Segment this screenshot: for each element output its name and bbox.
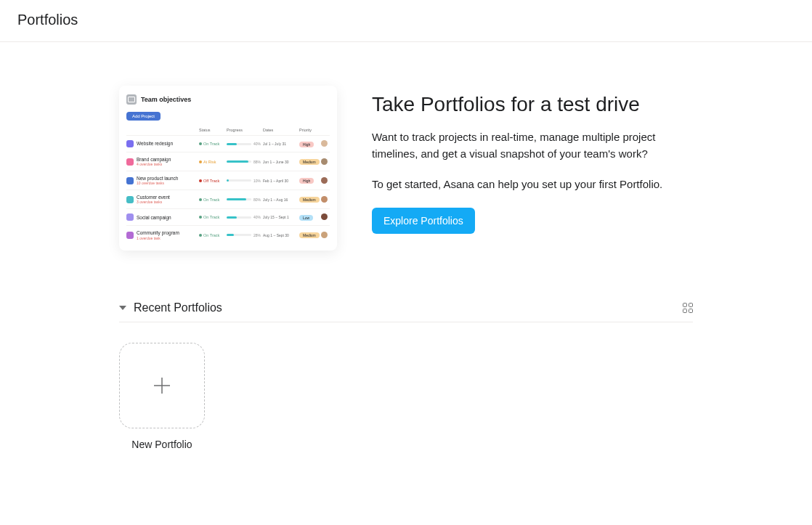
preview-column-headers: Status Progress Dates Priority [126, 125, 330, 135]
hero-heading: Take Portfolios for a test drive [372, 93, 693, 116]
new-portfolio-card[interactable]: New Portfolio [119, 343, 205, 450]
plus-icon [151, 375, 173, 396]
new-portfolio-label: New Portfolio [119, 439, 205, 450]
hero-paragraph-2: To get started, Asana can help you set u… [372, 176, 693, 193]
chevron-down-icon [119, 306, 126, 310]
preview-row: Website redesignOn Track40%Jul 1 – July … [126, 135, 330, 152]
recent-portfolios-heading: Recent Portfolios [134, 301, 222, 314]
hero-paragraph-1: Want to track projects in real-time, man… [372, 129, 693, 162]
preview-row: Brand campaign4 overdue tasksAt Risk88%J… [126, 152, 330, 171]
explore-portfolios-button[interactable]: Explore Portfolios [372, 208, 475, 234]
preview-title: Team objectives [141, 96, 191, 103]
recent-portfolios-toggle[interactable]: Recent Portfolios [119, 301, 222, 314]
preview-add-project-button: Add Project [126, 112, 161, 121]
grid-view-icon[interactable] [683, 303, 693, 313]
preview-row: Social campaignOn Track40%July 15 – Sept… [126, 208, 330, 225]
preview-row: Customer event3 overdue tasksOn Track80%… [126, 190, 330, 208]
portfolio-preview-illustration: Team objectives Add Project Status Progr… [119, 86, 337, 251]
page-title: Portfolios [17, 12, 795, 28]
portfolio-icon [126, 94, 137, 105]
preview-row: New product launch10 overdue tasksOff Tr… [126, 171, 330, 190]
preview-row: Community program1 overdue taskOn Track2… [126, 225, 330, 244]
